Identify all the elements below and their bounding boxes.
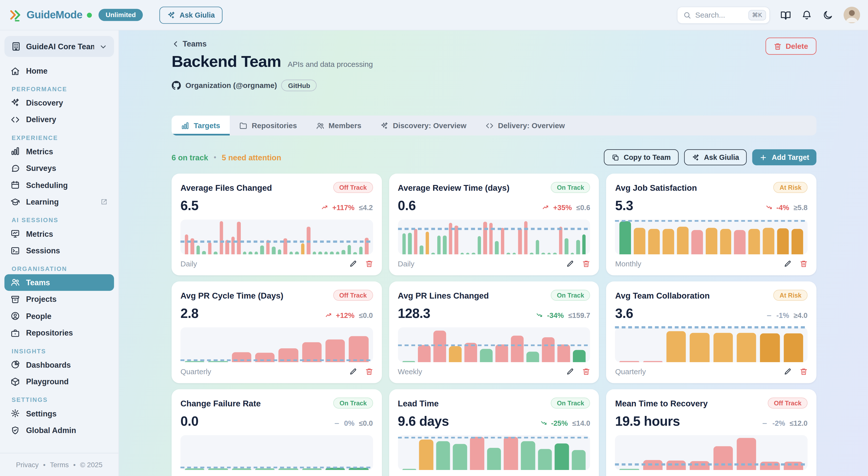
bar: [760, 462, 780, 470]
delete-trash-icon[interactable]: [365, 260, 373, 268]
target-card[interactable]: Avg PR Cycle Time (Days) Off Track 2.8 +…: [172, 281, 382, 383]
tab-repositories[interactable]: Repositories: [229, 115, 306, 135]
ask-giulia-button[interactable]: Ask Giulia: [684, 149, 747, 165]
sidebar-item-home[interactable]: Home: [4, 63, 114, 79]
sidebar-item-scheduling[interactable]: Scheduling: [4, 177, 114, 194]
home-icon: [10, 66, 20, 75]
sidebar-section-heading: AI SESSIONS: [11, 216, 114, 223]
sidebar-item-metrics[interactable]: Metrics: [4, 143, 114, 160]
add-target-button[interactable]: Add Target: [752, 149, 816, 165]
logo[interactable]: GuideMode: [9, 8, 92, 22]
need-attention-count: 5 need attention: [222, 153, 281, 162]
metric-value: 19.5 hours: [615, 413, 680, 430]
logo-text: GuideMode: [27, 9, 83, 21]
bar-chart: [615, 435, 808, 470]
bar: [460, 252, 464, 254]
breadcrumb-teams[interactable]: Teams: [172, 39, 207, 48]
delete-team-button[interactable]: Delete: [766, 38, 816, 55]
status-badge: At Risk: [773, 290, 808, 301]
footer-separator: •: [43, 461, 45, 469]
target-card[interactable]: Mean Time to Recovery Off Track 19.5 hou…: [606, 389, 816, 476]
bar: [713, 446, 733, 470]
user-avatar[interactable]: [844, 6, 860, 23]
search-box[interactable]: ⌘K: [677, 6, 770, 23]
delete-trash-icon[interactable]: [800, 368, 808, 375]
bar: [449, 346, 462, 362]
bar: [666, 331, 686, 362]
external-link-icon: [100, 198, 108, 206]
edit-pencil-icon[interactable]: [349, 260, 357, 268]
sidebar-item-global-admin[interactable]: Global Admin: [4, 422, 114, 439]
logo-icon: [9, 8, 22, 22]
target-value: ≥5.8: [794, 204, 807, 212]
summary-separator: •: [214, 153, 216, 161]
bar-chart: [398, 435, 590, 470]
metric-value: 3.6: [615, 305, 633, 322]
search-input[interactable]: [695, 11, 744, 19]
delete-trash-icon[interactable]: [583, 260, 590, 268]
tab-targets[interactable]: Targets: [172, 115, 229, 135]
org-name: Organization (@orgname): [185, 81, 277, 90]
delete-trash-icon[interactable]: [583, 368, 590, 375]
delete-trash-icon[interactable]: [800, 260, 808, 268]
dark-mode-moon-icon[interactable]: [823, 10, 833, 20]
tab-members[interactable]: Members: [306, 115, 371, 135]
docs-book-icon[interactable]: [780, 10, 791, 20]
sidebar-item-surveys[interactable]: Surveys: [4, 160, 114, 177]
bar: [720, 229, 732, 254]
status-badge: On Track: [551, 290, 590, 301]
sidebar-item-playground[interactable]: Playground: [4, 373, 114, 390]
notifications-bell-icon[interactable]: [802, 10, 812, 20]
period-label: Quarterly: [180, 367, 211, 376]
sidebar-item-sessions[interactable]: Sessions: [4, 242, 114, 259]
metric-value: 0.0: [180, 413, 198, 430]
bar-chart-icon: [10, 147, 20, 156]
target-card[interactable]: Avg PR Lines Changed On Track 128.3 -34%…: [389, 281, 599, 383]
bar: [763, 228, 774, 254]
chevron-left-icon: [172, 39, 180, 48]
bar: [417, 345, 431, 362]
bar: [648, 229, 660, 254]
target-card[interactable]: Lead Time On Track 9.6 days -25% ≤14.0: [389, 389, 599, 476]
chevron-down-icon: [99, 42, 107, 50]
edit-pencil-icon[interactable]: [349, 368, 357, 375]
tab-delivery-overview[interactable]: Delivery: Overview: [476, 115, 574, 135]
sidebar-item-discovery[interactable]: Discovery: [4, 94, 114, 111]
tab-discovery-overview[interactable]: Discovery: Overview: [371, 115, 476, 135]
target-card[interactable]: Average Review Time (days) On Track 0.6 …: [389, 174, 599, 275]
edit-pencil-icon[interactable]: [566, 260, 574, 268]
edit-pencil-icon[interactable]: [784, 368, 792, 375]
sidebar-item-delivery[interactable]: Delivery: [4, 111, 114, 128]
target-card[interactable]: Average Files Changed Off Track 6.5 +117…: [172, 174, 382, 275]
edit-pencil-icon[interactable]: [784, 260, 792, 268]
sidebar-item-projects[interactable]: Projects: [4, 291, 114, 308]
target-card[interactable]: Avg Team Collaboration At Risk 3.6 -1% ≥…: [606, 281, 816, 383]
terms-link[interactable]: Terms: [50, 461, 69, 469]
sidebar-item-metrics[interactable]: Metrics: [4, 226, 114, 242]
trend-icon: [325, 312, 333, 319]
metric-value: 0.6: [398, 197, 415, 214]
trend-group: 0% ≤0.0: [334, 419, 373, 428]
bar: [420, 245, 423, 254]
team-selector[interactable]: GuideAI Core Team: [4, 36, 114, 57]
target-card[interactable]: Avg Job Satisfaction At Risk 5.3 -4% ≥5.…: [606, 174, 816, 275]
sidebar-item-people[interactable]: People: [4, 308, 114, 325]
top-bar: GuideMode Unlimited Ask Giulia ⌘K: [0, 0, 868, 30]
sidebar-item-repositories[interactable]: Repositories: [4, 325, 114, 341]
sidebar-item-label: Settings: [26, 409, 57, 418]
sidebar-item-label: Teams: [26, 278, 50, 287]
ask-giulia-header-button[interactable]: Ask Giulia: [160, 6, 223, 23]
sidebar-item-settings[interactable]: Settings: [4, 405, 114, 422]
sidebar-item-dashboards[interactable]: Dashboards: [4, 356, 114, 373]
sidebar-item-teams[interactable]: Teams: [4, 274, 114, 291]
privacy-link[interactable]: Privacy: [16, 461, 38, 469]
delete-trash-icon[interactable]: [365, 368, 373, 375]
page-title: Backend Team: [172, 53, 281, 71]
status-badge: Off Track: [333, 182, 373, 193]
edit-pencil-icon[interactable]: [566, 368, 574, 375]
target-card[interactable]: Change Failure Rate On Track 0.0 0% ≤0.0: [172, 389, 382, 476]
bar: [511, 336, 524, 362]
trend-icon: [766, 204, 774, 212]
copy-to-team-button[interactable]: Copy to Team: [604, 149, 679, 165]
sidebar-item-learning[interactable]: Learning: [4, 194, 114, 210]
